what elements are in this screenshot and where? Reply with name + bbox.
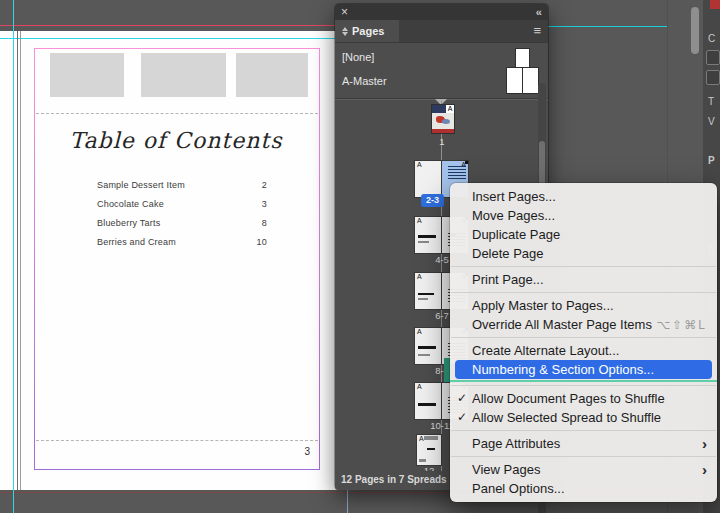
text-frame-dashed-border [36,113,318,114]
collapse-panel-icon[interactable]: ‹‹ [536,5,541,19]
menu-separator [451,456,716,457]
page-number: 3 [284,446,310,457]
cyan-guide-right [548,26,667,27]
menu-item-page-attributes[interactable]: Page Attributes › [450,434,717,453]
page-title[interactable]: Table of Contents [34,128,318,153]
cyan-guide-vertical [13,0,14,513]
tab-pages[interactable]: Pages [335,20,399,42]
toc-item-page: 3 [262,199,267,209]
master-badge: A [417,383,422,391]
toc-row: Berries and Cream 10 [97,232,267,251]
corner-mark [465,161,468,164]
toc-item-label: Sample Dessert Item [97,180,185,190]
master-item-a-master[interactable]: A-Master [342,75,387,87]
toc-item-page: 2 [262,180,267,190]
master-thumbnail-none[interactable] [516,49,529,67]
menu-item-create-alternate-layout[interactable]: Create Alternate Layout... [450,341,717,360]
dock-text-fragment: T [708,96,714,107]
menu-item-insert-pages[interactable]: Insert Pages... [450,187,717,206]
menu-item-numbering-section-options[interactable]: Numbering & Section Options... [455,360,712,379]
panel-tab-bar: Pages ≡ [335,20,548,42]
image-placeholder[interactable] [50,53,124,97]
bleed-guide-top [0,25,347,26]
spread-label-1[interactable]: 1 [412,136,472,147]
page-thumbnail-12[interactable]: A [417,435,441,465]
toc-item-label: Chocolate Cake [97,199,164,209]
submenu-arrow-icon: › [702,436,707,451]
dock-icon-fragment [710,0,720,9]
master-badge: A [419,435,424,443]
menu-item-view-pages[interactable]: View Pages › [450,460,717,479]
dock-button-fragment [706,50,720,65]
menu-separator [451,266,716,267]
master-badge: A [417,161,422,169]
toc-item-page: 10 [257,237,267,247]
master-thumbnail-a-left[interactable] [507,68,522,93]
menu-separator [451,430,716,431]
panel-titlebar: × ‹‹ [335,4,548,20]
menu-item-allow-document-pages-shuffle[interactable]: ✓ Allow Document Pages to Shuffle [450,389,717,408]
document-scrollbar-thumb[interactable] [691,7,699,54]
image-placeholder[interactable] [236,53,308,97]
toc-row: Blueberry Tarts 8 [97,213,267,232]
teal-accent-line [450,380,717,382]
master-badge: A [417,328,422,336]
panel-tab-label: Pages [352,25,384,37]
cyan-guide-horizontal [0,38,347,39]
page-thumbnail-8[interactable]: A [415,328,441,364]
close-icon[interactable]: × [341,5,348,19]
toc-row: Chocolate Cake 3 [97,194,267,213]
keyboard-shortcut: ⌥⇧⌘L [656,318,707,332]
menu-item-panel-options[interactable]: Panel Options... [450,479,717,498]
master-item-none[interactable]: [None] [342,51,374,63]
page-thumbnail-6[interactable]: A [415,273,441,309]
page-margin-guides [34,48,320,470]
text-frame-dashed-border [36,440,318,441]
page-edge-guide-right [347,488,348,513]
panel-cycle-icon [342,27,348,36]
pages-context-menu: Insert Pages... Move Pages... Duplicate … [450,183,717,502]
menu-item-apply-master[interactable]: Apply Master to Pages... [450,296,717,315]
menu-separator [451,292,716,293]
menu-item-duplicate-page[interactable]: Duplicate Page [450,225,717,244]
toc-text-frame[interactable]: Sample Dessert Item 2 Chocolate Cake 3 B… [97,175,267,251]
page-thumbnail-1[interactable]: A [432,105,454,133]
menu-item-print-page[interactable]: Print Page... [450,270,717,289]
toc-item-label: Berries and Cream [97,237,176,247]
menu-item-delete-page[interactable]: Delete Page [450,244,717,263]
page-thumbnail-10[interactable]: A [415,383,441,419]
image-placeholder[interactable] [141,53,226,97]
panel-menu-icon[interactable]: ≡ [533,23,541,38]
pages-count-status: 12 Pages in 7 Spreads [341,474,447,485]
check-icon: ✓ [457,410,467,424]
master-badge: A [417,273,422,281]
dock-text-fragment: P [708,155,715,166]
thumbnail-content [448,166,466,180]
dock-text-fragment: C [708,33,715,44]
spread-label-2-3[interactable]: 2-3 [421,194,444,207]
master-thumbnail-a-right[interactable] [523,68,538,93]
page-thumbnail-2[interactable]: A [415,161,441,197]
toc-item-label: Blueberry Tarts [97,218,160,228]
menu-separator [451,337,716,338]
menu-separator [451,385,716,386]
dock-button-fragment [706,70,720,85]
menu-item-move-pages[interactable]: Move Pages... [450,206,717,225]
menu-item-allow-selected-spread-shuffle[interactable]: ✓ Allow Selected Spread to Shuffle [450,408,717,427]
master-badge: A [446,105,454,113]
dock-text-fragment: V [708,116,715,127]
page-edge-line [20,31,21,490]
toc-row: Sample Dessert Item 2 [97,175,267,194]
menu-item-override-master-items[interactable]: Override All Master Page Items ⌥⇧⌘L [450,315,717,334]
check-icon: ✓ [457,391,467,405]
page-edge-line [17,31,18,490]
submenu-arrow-icon: › [702,462,707,477]
master-badge: A [417,217,422,225]
toc-item-page: 8 [262,218,267,228]
page-thumbnail-4[interactable]: A [415,217,441,253]
